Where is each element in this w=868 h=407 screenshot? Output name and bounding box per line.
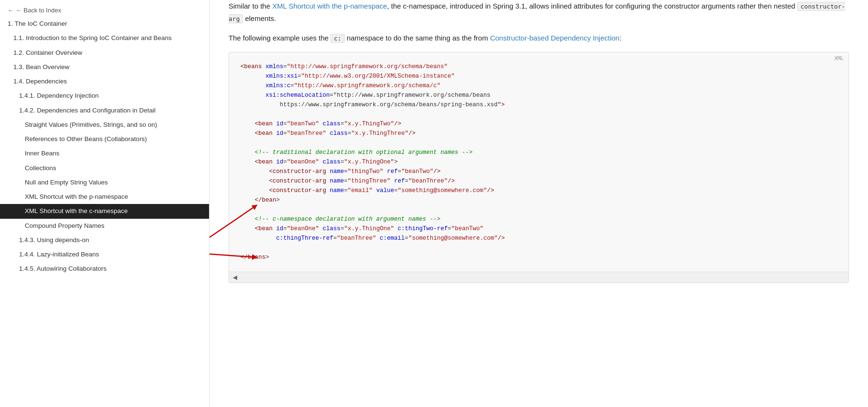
code-line — [240, 138, 837, 148]
code-line: </beans> — [240, 253, 837, 262]
sidebar-nav: 1. The IoC Container1.1. Introduction to… — [0, 17, 209, 276]
sidebar-item-references-beans[interactable]: References to Other Beans (Collaborators… — [0, 132, 209, 146]
sidebar-item-inner-beans[interactable]: Inner Beans — [0, 146, 209, 161]
xml-code-block: XML <beans xmlns="http://www.springframe… — [229, 52, 849, 283]
sidebar-item-using-depends-on[interactable]: 1.4.3. Using depends-on — [0, 233, 209, 247]
code-line: </bean> — [240, 195, 837, 205]
code-line: xsi:schemaLocation="http://www.springfra… — [240, 91, 837, 100]
sidebar-item-null-empty[interactable]: Null and Empty String Values — [0, 175, 209, 190]
para1-after: , the c-namespace, introduced in Spring … — [387, 2, 797, 10]
para2-end: : — [619, 34, 621, 42]
following-example-paragraph: The following example uses the c: namesp… — [229, 32, 849, 44]
sidebar-item-container-overview[interactable]: 1.2. Container Overview — [0, 46, 209, 60]
constructor-injection-link[interactable]: Constructor-based Dependency Injection — [490, 34, 619, 42]
code-line: <!-- traditional declaration with option… — [240, 148, 837, 157]
code-line: <bean id="beanTwo" class="x.y.ThingTwo"/… — [240, 119, 837, 129]
c-namespace-code: c: — [330, 34, 345, 43]
para1-end: elements. — [243, 14, 276, 22]
main-content: Similar to the XML Shortcut with the p-n… — [210, 0, 868, 407]
para2-before: The following example uses the — [229, 34, 330, 42]
sidebar-item-compound-property[interactable]: Compound Property Names — [0, 219, 209, 233]
sidebar: ← ← Back to Index 1. The IoC Container1.… — [0, 0, 210, 407]
code-line: <constructor-arg name="email" value="som… — [240, 186, 837, 195]
code-line — [240, 110, 837, 119]
sidebar-item-collections[interactable]: Collections — [0, 161, 209, 175]
back-to-index-link[interactable]: ← ← Back to Index — [0, 4, 209, 17]
code-line: <!-- c-namespace declaration with argume… — [240, 214, 837, 224]
scroll-left-arrow[interactable]: ◀ — [233, 274, 237, 281]
sidebar-item-p-namespace[interactable]: XML Shortcut with the p-namespace — [0, 190, 209, 204]
code-line — [240, 205, 837, 214]
sidebar-item-dependency-injection[interactable]: 1.4.1. Dependency Injection — [0, 89, 209, 103]
sidebar-item-dependencies-config[interactable]: 1.4.2. Dependencies and Configuration in… — [0, 103, 209, 118]
sidebar-item-intro-spring[interactable]: 1.1. Introduction to the Spring IoC Cont… — [0, 31, 209, 45]
code-line: <bean id="beanOne" class="x.y.ThingOne"> — [240, 157, 837, 167]
code-line: xmlns:xsi="http://www.w3.org/2001/XMLSch… — [240, 71, 837, 81]
para1-before: Similar to the — [229, 2, 272, 10]
back-label: ← Back to Index — [16, 7, 61, 14]
sidebar-item-lazy-beans[interactable]: 1.4.4. Lazy-initialized Beans — [0, 247, 209, 262]
code-line: <beans xmlns="http://www.springframework… — [240, 62, 837, 71]
code-line: https://www.springframework.org/schema/b… — [240, 100, 837, 110]
sidebar-item-bean-overview[interactable]: 1.3. Bean Overview — [0, 60, 209, 74]
sidebar-item-dependencies[interactable]: 1.4. Dependencies — [0, 74, 209, 89]
sidebar-item-c-namespace[interactable]: XML Shortcut with the c-namespace — [0, 204, 209, 218]
code-line: xmlns:c="http://www.springframework.org/… — [240, 81, 837, 91]
intro-paragraph: Similar to the XML Shortcut with the p-n… — [229, 0, 849, 24]
sidebar-item-ioc-container[interactable]: 1. The IoC Container — [0, 17, 209, 31]
back-arrow-icon: ← — [8, 7, 14, 14]
code-block-label: XML — [834, 55, 844, 61]
code-line: c:thingThree-ref="beanThree" c:email="so… — [240, 234, 837, 243]
code-line: <bean id="beanOne" class="x.y.ThingOne" … — [240, 224, 837, 234]
code-content[interactable]: <beans xmlns="http://www.springframework… — [229, 52, 848, 272]
para2-after: namespace to do the same thing as the fr… — [345, 34, 490, 42]
sidebar-item-autowiring[interactable]: 1.4.5. Autowiring Collaborators — [0, 262, 209, 276]
code-line: <constructor-arg name="thingTwo" ref="be… — [240, 167, 837, 176]
p-namespace-link[interactable]: XML Shortcut with the p-namespace — [272, 2, 387, 10]
code-scroll-footer: ◀ — [229, 272, 848, 283]
code-line: <constructor-arg name="thingThree" ref="… — [240, 176, 837, 186]
code-line: <bean id="beanThree" class="x.y.ThingThr… — [240, 129, 837, 138]
code-line — [240, 243, 837, 253]
sidebar-item-straight-values[interactable]: Straight Values (Primitives, Strings, an… — [0, 118, 209, 132]
